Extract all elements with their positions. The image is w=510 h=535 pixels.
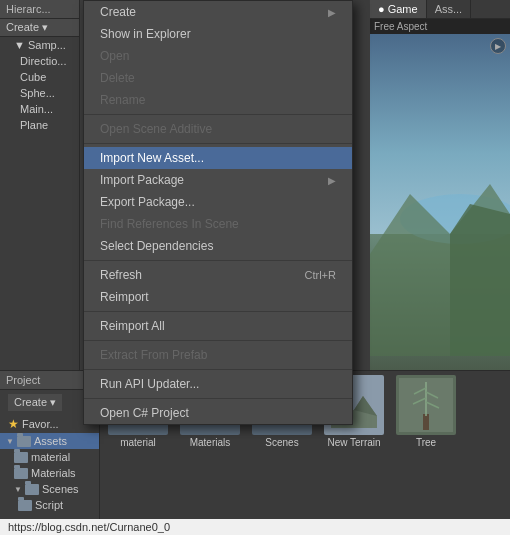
shortcut-label: Ctrl+R xyxy=(305,269,336,281)
tree-svg xyxy=(399,378,453,432)
hierarchy-item-cube[interactable]: Cube xyxy=(0,69,79,85)
url-text: https://blog.csdn.net/Curnane0_0 xyxy=(8,521,170,533)
play-icon[interactable]: ▶ xyxy=(490,38,506,54)
folder-icon xyxy=(17,436,31,447)
url-bar: https://blog.csdn.net/Curnane0_0 xyxy=(0,519,510,535)
game-tabs: ● Game Ass... xyxy=(370,0,510,19)
game-view: ▶ xyxy=(370,34,510,374)
svg-marker-4 xyxy=(450,204,510,356)
menu-run-api-updater[interactable]: Run API Updater... xyxy=(84,373,352,395)
tree-script[interactable]: Script xyxy=(0,497,99,513)
menu-export-package[interactable]: Export Package... xyxy=(84,191,352,213)
asset-label-materials: Materials xyxy=(176,437,244,448)
asset-tree[interactable]: Tree xyxy=(392,375,460,448)
tree-materials[interactable]: Materials xyxy=(0,465,99,481)
project-create-button[interactable]: Create ▾ xyxy=(8,394,62,411)
menu-reimport-all[interactable]: Reimport All xyxy=(84,315,352,337)
tree-scenes[interactable]: ▼ Scenes xyxy=(0,481,99,497)
arrow-icon-2: ▶ xyxy=(328,175,336,186)
folder-icon-materials xyxy=(14,468,28,479)
hierarchy-panel: Hierarc... Create ▾ ▼ Samp... Directio..… xyxy=(0,0,80,370)
hierarchy-create-button[interactable]: Create ▾ xyxy=(0,19,79,37)
separator-5 xyxy=(84,340,352,341)
hierarchy-item-directional[interactable]: Directio... xyxy=(0,53,79,69)
game-panel: ● Game Ass... Free Aspect xyxy=(370,0,510,370)
free-aspect-bar: Free Aspect xyxy=(370,19,510,34)
assets-root[interactable]: ▼ Assets xyxy=(0,433,99,449)
context-menu: Create ▶ Show in Explorer Open Delete Re… xyxy=(83,0,353,425)
separator-2 xyxy=(84,143,352,144)
folder-icon-scenes xyxy=(25,484,39,495)
arrow-icon: ▶ xyxy=(328,7,336,18)
folder-icon-script xyxy=(18,500,32,511)
expand-icon: ▼ xyxy=(6,437,14,446)
separator-6 xyxy=(84,369,352,370)
hierarchy-title: Hierarc... xyxy=(0,0,79,19)
menu-find-references: Find References In Scene xyxy=(84,213,352,235)
game-view-render xyxy=(370,34,510,356)
menu-select-dependencies[interactable]: Select Dependencies xyxy=(84,235,352,257)
menu-rename: Rename xyxy=(84,89,352,111)
folder-icon-material xyxy=(14,452,28,463)
asset-label-material: material xyxy=(104,437,172,448)
hierarchy-item-plane[interactable]: Plane xyxy=(0,117,79,133)
separator-3 xyxy=(84,260,352,261)
tab-game[interactable]: ● Game xyxy=(370,0,427,18)
menu-create[interactable]: Create ▶ xyxy=(84,1,352,23)
svg-rect-16 xyxy=(423,414,429,430)
hierarchy-item-main[interactable]: Main... xyxy=(0,101,79,117)
menu-extract-from-prefab: Extract From Prefab xyxy=(84,344,352,366)
menu-reimport[interactable]: Reimport xyxy=(84,286,352,308)
asset-label-tree: Tree xyxy=(392,437,460,448)
asset-label-terrain: New Terrain xyxy=(320,437,388,448)
menu-import-new-asset[interactable]: Import New Asset... xyxy=(84,147,352,169)
menu-open: Open xyxy=(84,45,352,67)
menu-refresh[interactable]: Refresh Ctrl+R xyxy=(84,264,352,286)
menu-open-scene-additive: Open Scene Additive xyxy=(84,118,352,140)
hierarchy-item-sphere[interactable]: Sphe... xyxy=(0,85,79,101)
separator-7 xyxy=(84,398,352,399)
menu-import-package[interactable]: Import Package ▶ xyxy=(84,169,352,191)
menu-delete: Delete xyxy=(84,67,352,89)
hierarchy-item-sample[interactable]: ▼ Samp... xyxy=(0,37,79,53)
star-icon: ★ xyxy=(8,417,19,431)
asset-label-scenes: Scenes xyxy=(248,437,316,448)
menu-show-in-explorer[interactable]: Show in Explorer xyxy=(84,23,352,45)
tab-asset[interactable]: Ass... xyxy=(427,0,472,18)
asset-thumb-tree xyxy=(396,375,456,435)
separator-1 xyxy=(84,114,352,115)
menu-open-csharp-project[interactable]: Open C# Project xyxy=(84,402,352,424)
expand-scenes-icon: ▼ xyxy=(14,485,22,494)
separator-4 xyxy=(84,311,352,312)
tree-material[interactable]: material xyxy=(0,449,99,465)
